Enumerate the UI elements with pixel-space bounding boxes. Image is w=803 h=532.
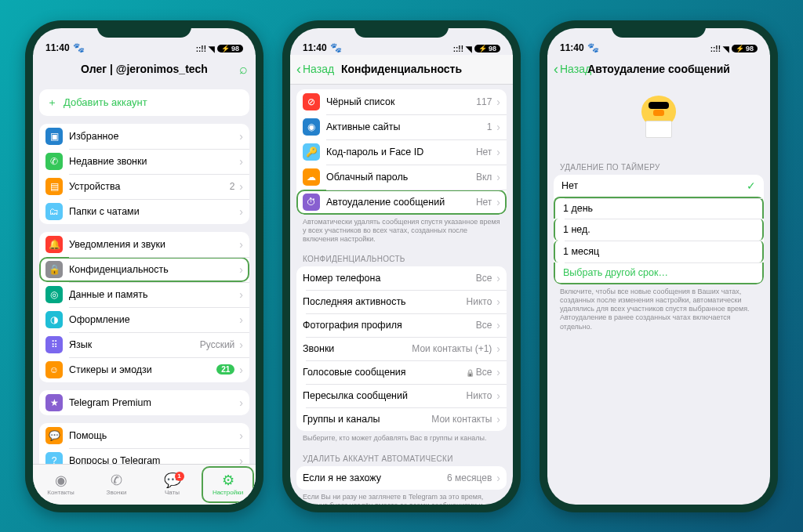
settings-row[interactable]: ★Telegram Premium› — [39, 390, 249, 415]
back-button[interactable]: ‹ Назад — [296, 62, 334, 76]
chevron-right-icon: › — [239, 288, 243, 301]
search-icon[interactable]: ⌕ — [239, 61, 248, 78]
row-value: Все — [476, 320, 492, 331]
settings-row[interactable]: 🔑Код-пароль и Face IDНет› — [296, 139, 507, 165]
row-label: Пересылка сообщений — [303, 390, 467, 401]
tab-Контакты[interactable]: ◉Контакты — [33, 465, 89, 505]
add-account-button[interactable]: ＋ Добавить аккаунт — [39, 89, 249, 116]
option-label: Нет — [561, 180, 747, 191]
chevron-right-icon: › — [496, 413, 500, 425]
status-time: 11:40 — [303, 42, 327, 53]
row-label: Оформление — [69, 314, 238, 325]
row-icon: ★ — [45, 394, 63, 411]
row-icon: 🔑 — [303, 143, 320, 161]
chevron-right-icon: › — [496, 171, 500, 183]
tab-Настройки[interactable]: ⚙Настройки — [200, 465, 256, 505]
signal-icon: ::!! — [196, 45, 206, 53]
timer-option[interactable]: Выбрать другой срок… — [554, 262, 764, 284]
row-icon: 🔔 — [45, 236, 63, 253]
chevron-right-icon: › — [496, 472, 500, 484]
phone-settings-root: 11:40 🐾 ::!! ◥ ⚡ 98 Олег | @jeronimos_te… — [25, 20, 263, 512]
row-icon: ⏱ — [303, 194, 320, 211]
tab-icon: ◉ — [55, 473, 67, 487]
status-time: 11:40 — [45, 42, 70, 53]
settings-row[interactable]: ⠿ЯзыкРусский› — [39, 332, 249, 357]
chevron-right-icon: › — [496, 366, 500, 378]
tab-icon: 💬1 — [164, 473, 181, 487]
settings-row[interactable]: 🔔Уведомления и звуки› — [39, 232, 249, 257]
option-label: Выбрать другой срок… — [563, 267, 754, 278]
settings-row[interactable]: ▤Устройства2› — [39, 174, 249, 199]
settings-row[interactable]: 🔒Конфиденциальность› — [39, 257, 249, 282]
timer-option[interactable]: Нет✓ — [554, 175, 764, 197]
tab-label: Контакты — [47, 489, 74, 496]
settings-row[interactable]: ☁Облачный парольВкл› — [296, 165, 507, 190]
row-icon: ✆ — [45, 153, 63, 170]
back-button[interactable]: ‹ Назад — [554, 62, 591, 76]
row-label: Звонки — [303, 343, 412, 354]
row-label: Язык — [69, 339, 200, 350]
signal-icon: ::!! — [453, 45, 463, 53]
battery-indicator: ⚡ 98 — [732, 45, 758, 52]
settings-row[interactable]: Номер телефонаВсе› — [296, 266, 507, 290]
section-footer: Если Вы ни разу не заглянете в Telegram … — [290, 490, 513, 505]
row-label: Конфиденциальность — [69, 264, 238, 275]
row-label: Данные и память — [69, 289, 238, 300]
tab-label: Чаты — [165, 489, 180, 496]
chevron-right-icon: › — [239, 396, 243, 409]
wifi-icon: ◥ — [466, 45, 472, 53]
row-label: Последняя активность — [303, 296, 467, 307]
signal-icon: ::!! — [710, 45, 721, 53]
section-footer: Выберите, кто может добавлять Вас в груп… — [290, 431, 513, 443]
row-value: Никто — [467, 390, 492, 401]
tab-Чаты[interactable]: 💬1Чаты — [144, 465, 200, 505]
row-icon: ⠿ — [45, 336, 63, 353]
chevron-right-icon: › — [239, 130, 243, 143]
phone-autodelete: 11:40 🐾 ::!! ◥ ⚡ 98 ‹ Назад Автоудаление… — [540, 20, 778, 512]
settings-row[interactable]: ⏱Автоудаление сообщенийНет› — [296, 190, 507, 215]
settings-row[interactable]: Если я не захожу6 месяцев› — [296, 466, 507, 490]
battery-percent: 98 — [489, 45, 496, 52]
chevron-right-icon: › — [496, 319, 500, 331]
settings-row[interactable]: Пересылка сообщенийНикто› — [296, 384, 507, 407]
chevron-right-icon: › — [496, 196, 500, 208]
row-value: Все — [466, 367, 492, 378]
chevron-right-icon: › — [496, 295, 500, 308]
chevron-left-icon: ‹ — [554, 62, 558, 76]
row-value: Нет — [476, 147, 492, 157]
row-label: Голосовые сообщения — [303, 367, 466, 378]
timer-option[interactable]: 1 месяц — [554, 241, 764, 262]
settings-row[interactable]: Голосовые сообщенияВсе› — [296, 360, 507, 384]
row-label: Фотография профиля — [303, 320, 476, 331]
settings-row[interactable]: ✆Недавние звонки› — [39, 149, 249, 174]
settings-row[interactable]: ◉Активные сайты1› — [296, 114, 507, 139]
tab-Звонки[interactable]: ✆Звонки — [89, 465, 144, 505]
timer-option[interactable]: 1 день — [554, 197, 764, 219]
section-header-timer: УДАЛЕНИЕ ПО ТАЙМЕРУ — [547, 152, 770, 175]
chevron-right-icon: › — [496, 272, 500, 284]
settings-row[interactable]: ЗвонкиМои контакты (+1)› — [296, 337, 507, 360]
row-label: Автоудаление сообщений — [326, 197, 476, 208]
chevron-right-icon: › — [239, 263, 243, 276]
row-label: Облачный пароль — [326, 172, 476, 183]
row-label: Устройства — [69, 181, 230, 192]
settings-row[interactable]: ◑Оформление› — [39, 307, 249, 332]
settings-row[interactable]: Группы и каналыМои контакты› — [296, 407, 507, 431]
nav-bar: ‹ Назад Автоудаление сообщений — [547, 55, 770, 85]
settings-row[interactable]: ◎Данные и память› — [39, 282, 249, 307]
settings-row[interactable]: ⊘Чёрный список117› — [296, 89, 507, 114]
settings-row[interactable]: ☺Стикеры и эмодзи21› — [39, 357, 249, 382]
row-value: Нет — [476, 197, 492, 208]
settings-row[interactable]: ?Вопросы о Telegram› — [39, 448, 249, 464]
settings-row[interactable]: 🗂Папки с чатами› — [39, 199, 249, 224]
battery-indicator: ⚡ 98 — [474, 45, 500, 52]
eco-icon: 🐾 — [587, 42, 599, 53]
row-icon: ◉ — [303, 118, 320, 136]
settings-row[interactable]: ▣Избранное› — [39, 124, 249, 149]
row-label: Стикеры и эмодзи — [69, 364, 216, 375]
settings-row[interactable]: 💬Помощь› — [39, 423, 249, 448]
timer-option[interactable]: 1 нед. — [554, 219, 764, 241]
settings-row[interactable]: Последняя активностьНикто› — [296, 290, 507, 313]
settings-row[interactable]: Фотография профиляВсе› — [296, 313, 507, 337]
battery-bolt-icon: ⚡ — [736, 45, 744, 52]
